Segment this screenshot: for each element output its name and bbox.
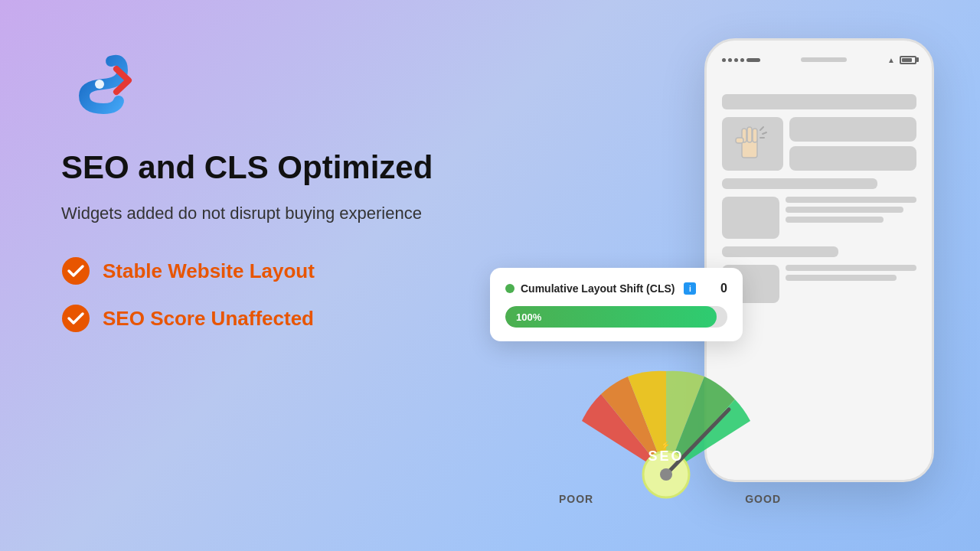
cls-progress-bar: 100% xyxy=(505,306,727,328)
seo-gauge: ⚡ SEO POOR GOOD xyxy=(536,344,796,513)
phone-dot xyxy=(740,58,744,62)
cls-percent: 100% xyxy=(516,311,541,323)
svg-point-1 xyxy=(62,257,90,285)
phone-card-1 xyxy=(722,117,783,171)
phone-dot xyxy=(728,58,732,62)
phone-bar-2 xyxy=(722,178,877,189)
cls-dot-icon xyxy=(505,284,514,293)
feature-text-2: SEO Score Unaffected xyxy=(103,307,314,331)
phone-card-2 xyxy=(789,117,916,142)
svg-rect-5 xyxy=(747,127,752,142)
check-icon-2 xyxy=(61,304,90,333)
cls-header: Cumulative Layout Shift (CLS) i 0 xyxy=(505,282,727,295)
svg-point-13 xyxy=(660,468,672,481)
main-title: SEO and CLS Optimized xyxy=(61,148,459,187)
svg-text:SEO: SEO xyxy=(648,448,684,464)
svg-line-8 xyxy=(760,127,763,130)
svg-rect-7 xyxy=(736,138,743,143)
phone-line-4 xyxy=(786,265,916,271)
cls-left: Cumulative Layout Shift (CLS) i xyxy=(505,282,696,295)
phone-dot-rect xyxy=(746,58,760,62)
phone-row-1 xyxy=(722,117,916,171)
phone-dot xyxy=(734,58,738,62)
phone-status-right: ▲ xyxy=(887,56,916,64)
phone-card-3 xyxy=(789,146,916,171)
feature-item-2: SEO Score Unaffected xyxy=(61,304,459,333)
svg-point-0 xyxy=(95,80,104,89)
phone-card-4 xyxy=(722,197,779,239)
cls-label: Cumulative Layout Shift (CLS) xyxy=(521,282,675,295)
logo-icon xyxy=(61,46,138,122)
battery-icon xyxy=(900,56,916,64)
hand-cursor-icon xyxy=(730,121,768,163)
cls-info-icon: i xyxy=(684,282,696,295)
wifi-icon: ▲ xyxy=(887,56,895,64)
gauge-good-label: GOOD xyxy=(745,493,781,505)
phone-lines-right-2 xyxy=(786,265,916,303)
svg-line-9 xyxy=(763,132,766,134)
phone-bar-1 xyxy=(722,94,916,109)
phone-screen-content xyxy=(722,94,916,303)
cls-card: Cumulative Layout Shift (CLS) i 0 100% xyxy=(490,268,743,341)
feature-item-1: Stable Website Layout xyxy=(61,256,459,285)
svg-rect-6 xyxy=(753,129,757,142)
cls-value: 0 xyxy=(720,282,727,295)
right-panel: ▲ xyxy=(490,23,965,528)
subtitle: Widgets added do not disrupt buying expe… xyxy=(61,202,459,226)
phone-notch: ▲ xyxy=(707,41,932,79)
phone-speaker xyxy=(801,57,847,62)
phone-cards-right xyxy=(789,117,916,171)
phone-bar-3 xyxy=(722,246,838,257)
gauge-svg: ⚡ SEO xyxy=(536,344,796,513)
phone-lines-right xyxy=(786,197,916,239)
phone-dot xyxy=(722,58,726,62)
cls-progress-fill: 100% xyxy=(505,306,717,328)
phone-line-3 xyxy=(786,217,884,223)
feature-text-1: Stable Website Layout xyxy=(103,259,315,283)
phone-row-2 xyxy=(722,197,916,239)
battery-fill xyxy=(902,58,912,62)
phone-line-1 xyxy=(786,197,916,203)
left-panel: SEO and CLS Optimized Widgets added do n… xyxy=(61,46,459,351)
phone-dots xyxy=(722,58,760,62)
check-icon-1 xyxy=(61,256,90,285)
gauge-poor-label: POOR xyxy=(559,493,593,505)
phone-line-5 xyxy=(786,275,897,281)
svg-point-2 xyxy=(62,305,90,332)
phone-line-2 xyxy=(786,207,903,213)
phone-row-3 xyxy=(722,265,916,303)
